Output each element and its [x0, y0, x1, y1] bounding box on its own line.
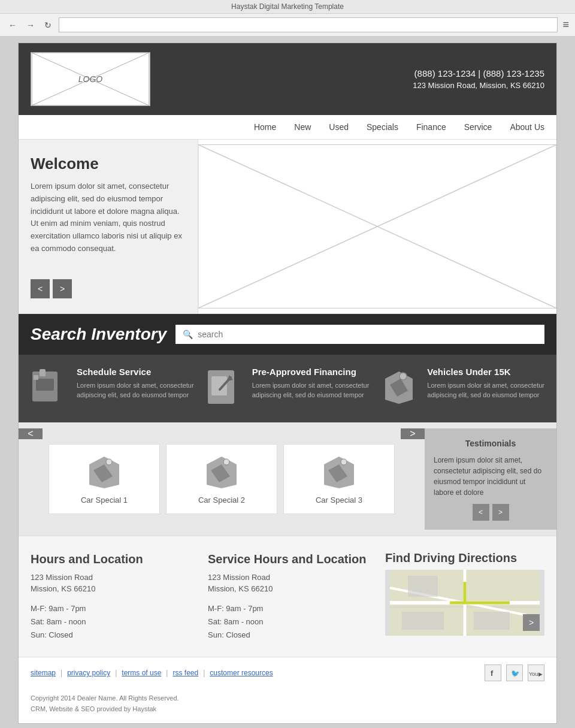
browser-toolbar: ← → ↻ ≡ — [0, 14, 575, 37]
testimonial-title: Testimonials — [434, 437, 547, 450]
feature-content-vehicles: Vehicles Under 15K Lorem ipsum dolor sit… — [427, 367, 547, 400]
nav-service[interactable]: Service — [464, 122, 492, 132]
page-wrapper: LOGO (888) 123-1234 | (888) 123-1235 123… — [0, 37, 575, 728]
map-directions-button[interactable]: > — [523, 614, 540, 631]
copyright-line1: Copyright 2014 Dealer Name. All Rights R… — [31, 693, 544, 704]
feature-title-financing: Pre-Approved Financing — [252, 367, 373, 377]
svg-point-18 — [106, 459, 112, 465]
facebook-icon[interactable]: f — [485, 664, 501, 681]
testimonials-block: Testimonials Lorem ipsum dolor sit amet,… — [425, 428, 556, 530]
twitter-icon[interactable]: 🐦 — [506, 664, 523, 681]
footer-customer-resources[interactable]: customer resources — [210, 669, 273, 677]
svg-point-21 — [223, 459, 229, 465]
hero-title: Welcome — [31, 155, 186, 173]
svg-rect-7 — [36, 379, 54, 391]
service-icon — [28, 367, 69, 410]
feature-block-service: Schedule Service Lorem ipsum dolor sit a… — [28, 367, 197, 410]
nav-used[interactable]: Used — [329, 122, 349, 132]
hero-prev-button[interactable]: < — [31, 279, 50, 298]
footer-links: sitemap | privacy policy | terms of use … — [19, 657, 556, 688]
testimonial-prev-button[interactable]: < — [473, 504, 489, 521]
vehicles-icon — [378, 367, 420, 410]
svg-rect-35 — [402, 612, 444, 630]
browser-titlebar: Haystak Digital Marketing Template — [0, 0, 575, 14]
site-header: LOGO (888) 123-1234 | (888) 123-1235 123… — [19, 43, 556, 115]
nav-specials[interactable]: Specials — [367, 122, 398, 132]
special-label-3: Car Special 3 — [316, 496, 362, 505]
browser-menu-button[interactable]: ≡ — [562, 19, 569, 31]
specials-items: Car Special 1 Car Special 2 — [43, 438, 401, 520]
svg-rect-9 — [34, 375, 38, 380]
footer-privacy[interactable]: privacy policy — [67, 669, 110, 677]
footer-rss[interactable]: rss feed — [172, 669, 198, 677]
nav-about[interactable]: About Us — [510, 122, 544, 132]
hours-times-service: M-F: 9am - 7pm Sat: 8am - noon Sun: Clos… — [208, 602, 367, 642]
svg-text:▶: ▶ — [538, 671, 543, 677]
footer-social: f 🐦 You ▶ — [485, 664, 544, 681]
special-item-3[interactable]: Car Special 3 — [283, 444, 395, 514]
specials-next-button[interactable]: > — [401, 428, 425, 439]
feature-blocks: Schedule Service Lorem ipsum dolor sit a… — [19, 355, 556, 422]
footer-nav: sitemap | privacy policy | terms of use … — [31, 669, 273, 677]
feature-block-financing: Pre-Approved Financing Lorem ipsum dolor… — [203, 367, 373, 410]
feature-title-service: Schedule Service — [77, 367, 197, 377]
hours-times-sales: M-F: 9am - 7pm Sat: 8am - noon Sun: Clos… — [31, 602, 190, 642]
hours-address-service: 123 Mission Road Mission, KS 66210 — [208, 572, 367, 595]
hours-title-sales: Hours and Location — [31, 551, 190, 567]
svg-rect-33 — [408, 576, 438, 597]
special-item-1[interactable]: Car Special 1 — [49, 444, 160, 514]
hours-title-service: Service Hours and Location — [208, 551, 367, 567]
footer-sitemap[interactable]: sitemap — [31, 669, 56, 677]
search-input-wrapper: 🔍 — [175, 325, 544, 344]
site-container: LOGO (888) 123-1234 | (888) 123-1235 123… — [18, 43, 557, 724]
browser-title: Haystak Digital Marketing Template — [231, 2, 344, 11]
footer-terms[interactable]: terms of use — [122, 669, 161, 677]
special-label-1: Car Special 1 — [81, 496, 128, 505]
search-bar-title: Search Inventory — [31, 325, 167, 344]
hero-left: Welcome Lorem ipsum dolor sit amet, cons… — [19, 140, 198, 313]
svg-text:You: You — [529, 671, 538, 677]
nav-finance[interactable]: Finance — [416, 122, 446, 132]
hero-next-button[interactable]: > — [53, 279, 72, 298]
feature-content-financing: Pre-Approved Financing Lorem ipsum dolor… — [252, 367, 373, 400]
feature-desc-financing: Lorem ipsum dolor sit amet, consectetur … — [252, 380, 373, 400]
feature-content-service: Schedule Service Lorem ipsum dolor sit a… — [77, 367, 197, 400]
special-label-2: Car Special 2 — [198, 496, 245, 505]
hours-address-sales: 123 Mission Road Mission, KS 66210 — [31, 572, 190, 595]
special-item-2[interactable]: Car Special 2 — [166, 444, 277, 514]
map-block: Find Driving Directions — [385, 551, 544, 642]
map-title: Find Driving Directions — [385, 551, 544, 565]
forward-button[interactable]: → — [24, 19, 37, 31]
svg-point-24 — [341, 459, 347, 465]
hours-block-service: Service Hours and Location 123 Mission R… — [208, 551, 367, 642]
feature-block-vehicles: Vehicles Under 15K Lorem ipsum dolor sit… — [378, 367, 547, 410]
svg-text:🐦: 🐦 — [511, 669, 519, 677]
specials-prev-button[interactable]: < — [19, 428, 43, 439]
nav-new[interactable]: New — [294, 122, 311, 132]
svg-rect-8 — [40, 369, 46, 376]
copyright-line2: CRM, Website & SEO provided by Haystak — [31, 704, 544, 715]
svg-text:f: f — [491, 669, 494, 677]
logo-text: LOGO — [78, 74, 102, 84]
search-bar-section: Search Inventory 🔍 — [19, 314, 556, 355]
logo-box: LOGO — [31, 52, 150, 106]
testimonial-next-button[interactable]: > — [492, 504, 509, 521]
financing-icon — [203, 367, 245, 410]
specials-section: < Car Special 1 Car Spec — [19, 422, 556, 536]
search-input[interactable] — [198, 330, 537, 339]
nav-home[interactable]: Home — [254, 122, 276, 132]
footer-copyright: Copyright 2014 Dealer Name. All Rights R… — [19, 688, 556, 723]
feature-title-vehicles: Vehicles Under 15K — [427, 367, 547, 377]
site-nav: Home New Used Specials Finance Service A… — [19, 115, 556, 140]
hours-section: Hours and Location 123 Mission Road Miss… — [19, 536, 556, 657]
back-button[interactable]: ← — [6, 19, 19, 31]
refresh-button[interactable]: ↻ — [42, 19, 54, 31]
address-bar[interactable] — [59, 17, 558, 32]
hero-section: Welcome Lorem ipsum dolor sit amet, cons… — [19, 140, 556, 314]
feature-desc-service: Lorem ipsum dolor sit amet, consectetur … — [77, 380, 197, 400]
header-address: 123 Mission Road, Mission, KS 66210 — [150, 81, 544, 90]
svg-rect-34 — [474, 612, 510, 630]
map-image: > — [385, 570, 544, 636]
feature-desc-vehicles: Lorem ipsum dolor sit amet, consectetur … — [427, 380, 547, 400]
youtube-icon[interactable]: You ▶ — [528, 664, 544, 681]
